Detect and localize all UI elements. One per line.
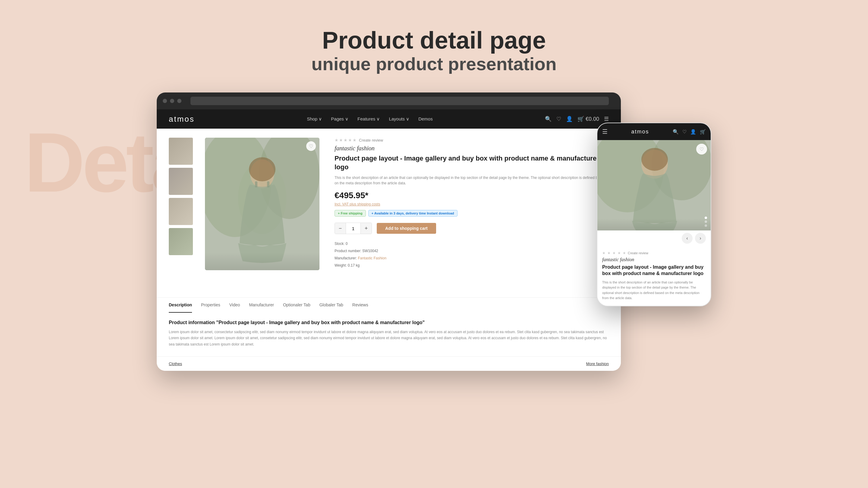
cart-icon[interactable]: 🛒 €0.00	[578, 116, 599, 122]
star-5: ★	[352, 138, 356, 142]
stock-info: Stock: 0	[335, 240, 606, 247]
mobile-nav-icons: 🔍 ♡ 👤 🛒	[673, 129, 706, 135]
product-description: This is the short description of an arti…	[335, 175, 606, 186]
product-badges: + Free shipping + Available in 3 days, d…	[335, 210, 606, 217]
tab-globaler[interactable]: Globaler Tab	[319, 298, 343, 313]
mobile-product-content: ★ ★ ★ ★ ★ Create review fantastic fashio…	[597, 246, 711, 306]
mobile-navigation: ☰ atmos 🔍 ♡ 👤 🛒	[597, 123, 711, 140]
svg-point-5	[249, 157, 276, 181]
tab-reviews[interactable]: Reviews	[352, 298, 368, 313]
thumbnail-3[interactable]	[169, 198, 193, 225]
mobile-search-icon[interactable]: 🔍	[673, 129, 679, 135]
quantity-input[interactable]	[346, 223, 361, 234]
mobile-mockup: ☰ atmos 🔍 ♡ 👤 🛒 ♡	[597, 123, 711, 306]
mobile-menu-icon[interactable]: ☰	[602, 128, 608, 135]
browser-url-bar	[190, 97, 609, 105]
create-review-link[interactable]: Create review	[359, 138, 383, 142]
tab-content-body: Lorem ipsum dolor sit amet, consectetur …	[169, 329, 609, 347]
mobile-logo: atmos	[631, 129, 649, 135]
svg-point-12	[641, 148, 668, 171]
product-meta: Stock: 0 Product number: SW10042 Manufac…	[335, 240, 606, 269]
dot-2	[705, 221, 707, 223]
search-icon[interactable]: 🔍	[545, 116, 552, 122]
account-icon[interactable]: 👤	[566, 116, 572, 122]
mobile-brand-logo: fantastic fashion	[602, 257, 706, 262]
page-subtitle: unique product presentation	[311, 54, 556, 74]
menu-icon[interactable]: ☰	[604, 116, 609, 122]
mobile-star-4: ★	[618, 251, 621, 255]
mobile-carousel-nav: ‹ ›	[597, 230, 711, 246]
star-3: ★	[344, 138, 347, 142]
product-info-panel: ★ ★ ★ ★ ★ Create review fantastic fashio…	[332, 138, 609, 288]
manufacturer-info: Manufacturer: Fantastic Fashion	[335, 255, 606, 262]
nav-features[interactable]: Features ∨	[358, 116, 380, 122]
mobile-product-description: This is the short description of an arti…	[602, 280, 706, 301]
product-price: €495.95*	[335, 191, 606, 200]
footer-fashion-link[interactable]: More fashion	[586, 361, 609, 366]
svg-rect-6	[255, 181, 257, 187]
wishlist-icon[interactable]: ♡	[556, 116, 561, 122]
svg-rect-7	[267, 181, 270, 187]
nav-icons: 🔍 ♡ 👤 🛒 €0.00 ☰	[545, 116, 609, 122]
brand-logo: fantastic fashion	[335, 145, 606, 152]
mobile-cart-icon[interactable]: 🛒	[700, 129, 706, 135]
mobile-product-wishlist-btn[interactable]: ♡	[696, 144, 707, 155]
product-tabs: Description Properties Video Manufacture…	[157, 297, 621, 313]
tab-content-area: Product information "Product page layout…	[157, 313, 621, 356]
manufacturer-link[interactable]: Fantastic Fashion	[358, 256, 386, 260]
carousel-next-btn[interactable]: ›	[695, 233, 706, 244]
mobile-create-review-link[interactable]: Create review	[628, 251, 648, 255]
header-section: Product detail page unique product prese…	[311, 27, 556, 74]
quantity-decrease-btn[interactable]: −	[335, 223, 346, 234]
browser-dot-green	[177, 99, 181, 103]
nav-links: Shop ∨ Pages ∨ Features ∨ Layouts ∨ Demo…	[307, 116, 433, 122]
quantity-increase-btn[interactable]: +	[361, 223, 372, 234]
product-number: Product number: SW10042	[335, 247, 606, 255]
thumbnail-1[interactable]	[169, 138, 193, 165]
star-4: ★	[348, 138, 352, 142]
main-product-image: ♡	[205, 138, 319, 270]
browser-chrome	[157, 93, 621, 109]
mobile-product-image: ♡	[597, 140, 711, 230]
weight-info: Weight: 0.17 kg	[335, 262, 606, 269]
product-title: Product page layout - Image gallery and …	[335, 154, 606, 171]
thumbnail-2[interactable]	[169, 168, 193, 195]
browser-dot-yellow	[170, 99, 174, 103]
page-title: Product detail page	[311, 27, 556, 54]
footer-clothes-link[interactable]: Clothes	[169, 361, 182, 366]
tab-manufacturer[interactable]: Manufacturer	[249, 298, 274, 313]
mobile-star-3: ★	[613, 251, 616, 255]
mobile-star-1: ★	[602, 251, 606, 255]
add-to-cart-row: − + Add to shopping cart	[335, 223, 606, 234]
browser-dot-red	[163, 99, 167, 103]
tab-properties[interactable]: Properties	[201, 298, 220, 313]
nav-layouts[interactable]: Layouts ∨	[389, 116, 409, 122]
mockup-wrapper: atmos Shop ∨ Pages ∨ Features ∨ Layouts …	[0, 93, 868, 371]
nav-pages[interactable]: Pages ∨	[331, 116, 348, 122]
thumbnail-4[interactable]	[169, 228, 193, 255]
nav-demos[interactable]: Demos	[418, 116, 433, 122]
mobile-account-icon[interactable]: 👤	[690, 129, 696, 135]
star-2: ★	[339, 138, 343, 142]
shop-navigation: atmos Shop ∨ Pages ∨ Features ∨ Layouts …	[157, 109, 621, 129]
product-wishlist-btn[interactable]: ♡	[306, 141, 316, 151]
quantity-control: − +	[335, 223, 372, 234]
tab-optionaler[interactable]: Optionaler Tab	[283, 298, 310, 313]
nav-shop[interactable]: Shop ∨	[307, 116, 322, 122]
star-1: ★	[335, 138, 338, 142]
dot-3	[705, 224, 707, 227]
tab-video[interactable]: Video	[229, 298, 240, 313]
mobile-star-2: ★	[607, 251, 611, 255]
mobile-wishlist-icon[interactable]: ♡	[682, 129, 687, 135]
delivery-badge: + Available in 3 days, delivery time Ins…	[368, 210, 458, 217]
tab-description[interactable]: Description	[169, 298, 192, 313]
desktop-mockup: atmos Shop ∨ Pages ∨ Features ∨ Layouts …	[157, 93, 621, 371]
shop-footer: Clothes More fashion	[157, 356, 621, 371]
mobile-star-5: ★	[623, 251, 626, 255]
add-to-cart-button[interactable]: Add to shopping cart	[377, 223, 436, 234]
carousel-prev-btn[interactable]: ‹	[682, 233, 692, 244]
shipping-info[interactable]: Incl. VAT plus shipping costs	[335, 202, 606, 206]
shipping-badge: + Free shipping	[335, 210, 366, 217]
thumbnail-strip	[169, 138, 193, 288]
carousel-dots	[705, 217, 707, 227]
